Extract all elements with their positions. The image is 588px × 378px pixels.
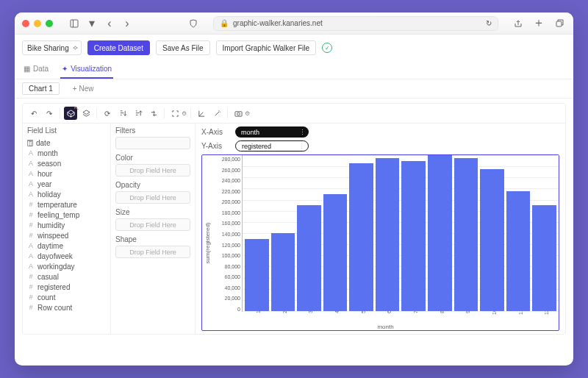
shelf-size-label: Size [115,208,190,216]
ytick: 180,000 [222,210,240,215]
bar[interactable] [323,194,348,311]
chart-canvas[interactable]: sum(registered) 280,000260,000240,000220… [201,154,559,331]
tab-visualization[interactable]: ✦ Visualization [60,61,113,79]
text-field-icon [27,242,35,249]
field-item[interactable]: daytime [27,240,106,251]
pill-menu-icon[interactable]: ⋮ [299,129,306,136]
num-field-icon [27,283,35,290]
field-item[interactable]: feeling_temp [27,210,106,220]
y-axis-pill[interactable]: registered ⋮ [235,140,309,151]
fit-screen-icon[interactable] [168,107,182,120]
bar[interactable] [428,155,452,311]
forward-icon[interactable]: › [121,17,134,30]
bar[interactable] [401,161,426,311]
bar[interactable] [245,239,269,311]
maximize-icon[interactable] [46,20,53,27]
field-item[interactable]: temperature [27,199,106,210]
chart-tab-1[interactable]: Chart 1 [22,82,60,95]
lock-icon: 🔒 [220,19,229,27]
field-item[interactable]: month [27,148,106,158]
ytick: 0 [237,307,240,312]
back-icon[interactable]: ‹ [103,17,116,30]
dataset-select[interactable]: Bike Sharing [22,40,82,55]
bar[interactable] [349,163,373,311]
y-axis-shelf[interactable]: Y-Axis registered ⋮ [201,140,559,151]
create-dataset-button[interactable]: Create Dataset [87,40,150,55]
browser-window: ▾ ‹ › 🔒 graphic-walker.kanaries.net ↻ ＋ … [15,13,573,365]
redo-icon[interactable]: ↷ [43,107,56,120]
chevron-down-icon[interactable]: ▾ [85,17,98,30]
import-file-button[interactable]: Import Graphic Walker File [216,40,317,55]
bar[interactable] [376,158,400,311]
transpose-icon[interactable] [147,107,160,120]
field-item[interactable]: count [27,292,106,302]
field-item[interactable]: workingday [27,261,106,271]
pill-menu-icon[interactable]: ⋮ [298,143,305,150]
share-icon[interactable] [512,17,525,30]
reload-icon[interactable]: ↻ [486,19,492,27]
field-label: winspeed [37,232,68,240]
chart-area: X-Axis month ⋮ Y-Axis registered ⋮ [196,124,565,334]
gear-icon[interactable]: ⚙ [182,110,187,117]
bar[interactable] [480,169,504,311]
field-item[interactable]: hour [27,168,106,179]
size-dropzone[interactable]: Drop Field Here [115,218,190,231]
field-item[interactable]: year [27,179,106,189]
new-tab-icon[interactable]: ＋ [532,17,545,30]
gear-icon[interactable]: ⚙ [245,110,250,117]
new-chart-tab[interactable]: + New [67,83,100,94]
field-item[interactable]: season [27,158,106,168]
color-dropzone[interactable]: Drop Field Here [115,164,190,176]
sort-asc-icon[interactable] [132,107,145,120]
bar[interactable] [297,205,321,311]
x-axis-shelf[interactable]: X-Axis month ⋮ [201,126,559,138]
viz-panel: ↶ ↷ ↖ ⟳ ⚙ ⚙ [22,103,566,335]
field-item[interactable]: holiday [27,189,106,199]
field-item[interactable]: winspeed [27,230,106,240]
field-item[interactable]: date [27,138,106,148]
svg-rect-0 [71,20,78,27]
bar[interactable] [271,233,295,311]
ytick: 120,000 [222,243,240,248]
mode-tabs: ▦ Data ✦ Visualization [15,61,573,79]
shelf-color-label: Color [115,154,190,162]
field-item[interactable]: Row count [27,302,106,313]
field-item[interactable]: casual [27,271,106,282]
sort-desc-icon[interactable] [116,107,129,120]
field-item[interactable]: humidity [27,220,106,230]
bar[interactable] [506,191,531,311]
window-controls[interactable] [22,20,53,27]
field-item[interactable]: registered [27,282,106,292]
close-icon[interactable] [22,20,29,27]
magic-wand-icon[interactable] [210,107,223,120]
opacity-dropzone[interactable]: Drop Field Here [115,191,190,204]
bar[interactable] [454,158,478,311]
shelf-filters-label: Filters [115,126,190,135]
text-field-icon [27,252,35,260]
ytick: 240,000 [222,178,240,183]
tabs-overview-icon[interactable] [553,17,566,30]
coord-icon[interactable] [195,107,208,120]
field-item[interactable]: dayofweek [27,251,106,261]
camera-icon[interactable] [232,107,245,120]
sidebar-toggle-icon[interactable] [68,17,81,30]
url-bar[interactable]: 🔒 graphic-walker.kanaries.net ↻ [213,16,498,31]
field-label: date [36,139,50,147]
text-field-icon [27,160,35,167]
shield-icon[interactable] [187,17,200,30]
x-axis-pill[interactable]: month ⋮ [235,126,309,138]
layers-icon[interactable] [79,107,93,120]
field-list-panel: Field List datemonthseasonhouryearholida… [23,124,111,334]
filters-dropzone[interactable] [115,137,190,149]
mark-cube-icon[interactable]: ↖ [64,107,77,120]
undo-icon[interactable]: ↶ [27,107,40,120]
refresh-icon[interactable]: ⟳ [101,107,114,120]
bar[interactable] [532,205,556,311]
ytick: 140,000 [222,232,240,237]
tab-data[interactable]: ▦ Data [22,61,50,79]
minimize-icon[interactable] [34,20,41,27]
save-as-file-button[interactable]: Save As File [156,40,210,55]
num-field-icon [27,201,35,208]
shape-dropzone[interactable]: Drop Field Here [115,246,190,258]
saved-indicator-icon: ✓ [322,43,332,53]
